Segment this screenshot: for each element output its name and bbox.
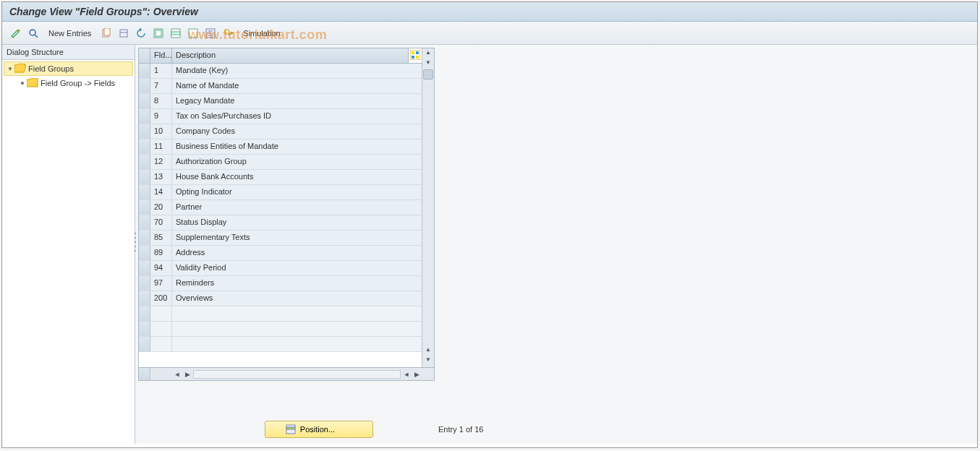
row-selector[interactable] (139, 291, 150, 306)
cell-fld[interactable]: 11 (150, 139, 172, 154)
cell-fld[interactable]: 20 (150, 200, 172, 215)
scroll-track[interactable] (422, 69, 434, 346)
cell-fld[interactable]: 97 (150, 276, 172, 291)
cell-description[interactable]: Validity Period (172, 261, 422, 275)
scroll-up-step-icon[interactable]: ▼ (425, 59, 431, 69)
table-row[interactable]: 200Overviews (139, 291, 422, 306)
print-icon[interactable] (221, 27, 234, 40)
cell-description[interactable]: Partner (172, 200, 422, 215)
copy-as-icon[interactable] (100, 27, 113, 40)
column-header-description[interactable]: Description (172, 48, 409, 63)
table-row[interactable]: 1Mandate (Key) (139, 64, 422, 79)
row-selector[interactable] (139, 276, 150, 291)
toggle-display-change-icon[interactable] (9, 27, 22, 40)
undo-change-icon[interactable] (135, 27, 148, 40)
row-selector[interactable] (139, 109, 150, 124)
cell-description[interactable] (172, 337, 422, 351)
cell-fld[interactable] (150, 337, 172, 351)
cell-description[interactable]: Authorization Group (172, 155, 422, 169)
cell-fld[interactable]: 10 (150, 124, 172, 139)
cell-fld[interactable]: 85 (150, 231, 172, 245)
select-all-icon[interactable] (152, 27, 165, 40)
scroll-up-arrow-icon[interactable]: ▲ (425, 49, 431, 59)
cell-fld[interactable]: 70 (150, 215, 172, 230)
row-selector[interactable] (139, 306, 150, 321)
cell-fld[interactable]: 8 (150, 94, 172, 108)
table-row[interactable]: 10Company Codes (139, 124, 422, 139)
row-selector[interactable] (139, 185, 150, 199)
table-row[interactable]: 14Opting Indicator (139, 185, 422, 200)
cell-description[interactable]: Status Display (172, 215, 422, 230)
cell-description[interactable]: Legacy Mandate (172, 94, 422, 108)
cell-fld[interactable]: 200 (150, 291, 172, 306)
simulation-button[interactable]: Simulation (239, 27, 284, 39)
cell-description[interactable]: Business Entities of Mandate (172, 139, 422, 154)
cell-description[interactable]: Supplementary Texts (172, 231, 422, 245)
row-selector[interactable] (139, 139, 150, 154)
row-selector[interactable] (139, 94, 150, 108)
row-selector[interactable] (139, 64, 150, 78)
table-row[interactable]: 12Authorization Group (139, 155, 422, 170)
table-settings-icon[interactable] (409, 48, 422, 63)
table-row-empty[interactable] (139, 322, 422, 337)
hscroll-next-icon[interactable]: ◄ (401, 371, 412, 378)
cell-description[interactable]: Reminders (172, 276, 422, 291)
cell-description[interactable]: Address (172, 246, 422, 260)
cell-fld[interactable] (150, 322, 172, 336)
scroll-thumb[interactable] (423, 69, 433, 80)
row-selector[interactable] (139, 322, 150, 336)
cell-description[interactable]: Company Codes (172, 124, 422, 139)
cell-description[interactable]: Overviews (172, 291, 422, 306)
select-block-icon[interactable] (169, 27, 182, 40)
table-row-empty[interactable] (139, 337, 422, 352)
table-row[interactable]: 9Tax on Sales/Purchases ID (139, 109, 422, 124)
table-row[interactable]: 70Status Display (139, 215, 422, 231)
table-row[interactable]: 8Legacy Mandate (139, 94, 422, 109)
table-row[interactable]: 11Business Entities of Mandate (139, 139, 422, 155)
vertical-scrollbar[interactable]: ▲ ▼ ▲ ▼ (422, 48, 434, 367)
row-selector[interactable] (139, 261, 150, 275)
scroll-down-step-icon[interactable]: ▲ (425, 346, 431, 356)
cell-description[interactable] (172, 322, 422, 336)
table-row[interactable]: 7Name of Mandate (139, 79, 422, 94)
deselect-all-icon[interactable] (187, 27, 200, 40)
cell-description[interactable] (172, 306, 422, 321)
collapse-icon[interactable]: ▼ (6, 66, 14, 72)
delete-icon[interactable] (117, 27, 130, 40)
cell-fld[interactable]: 94 (150, 261, 172, 275)
tree-item-1[interactable]: •Field Group -> Fields (4, 76, 133, 90)
cell-description[interactable]: Opting Indicator (172, 185, 422, 199)
cell-fld[interactable]: 13 (150, 170, 172, 184)
hscroll-last-icon[interactable]: ▶ (412, 371, 422, 378)
cell-fld[interactable]: 9 (150, 109, 172, 124)
row-selector[interactable] (139, 170, 150, 184)
new-entries-button[interactable]: New Entries (44, 27, 95, 39)
scroll-down-arrow-icon[interactable]: ▼ (425, 356, 431, 366)
table-row[interactable]: 85Supplementary Texts (139, 231, 422, 246)
row-selector[interactable] (139, 231, 150, 245)
hscroll-first-icon[interactable]: ◄ (172, 371, 182, 378)
hscroll-prev-icon[interactable]: ▶ (182, 371, 192, 378)
cell-fld[interactable]: 1 (150, 64, 172, 78)
hscroll-track[interactable] (193, 370, 401, 379)
row-selector[interactable] (139, 124, 150, 139)
table-row[interactable]: 94Validity Period (139, 261, 422, 276)
table-row-empty[interactable] (139, 306, 422, 322)
cell-description[interactable]: Tax on Sales/Purchases ID (172, 109, 422, 124)
cell-description[interactable]: Mandate (Key) (172, 64, 422, 78)
cell-description[interactable]: Name of Mandate (172, 79, 422, 93)
cell-fld[interactable]: 14 (150, 185, 172, 199)
table-row[interactable]: 20Partner (139, 200, 422, 215)
row-selector-header[interactable] (139, 48, 150, 63)
row-selector[interactable] (139, 246, 150, 260)
row-selector[interactable] (139, 200, 150, 215)
cell-fld[interactable] (150, 306, 172, 321)
horizontal-scrollbar[interactable]: ◄ ▶ ◄ ▶ (138, 368, 435, 381)
cell-fld[interactable]: 89 (150, 246, 172, 260)
row-selector[interactable] (139, 79, 150, 93)
row-selector[interactable] (139, 337, 150, 351)
cell-description[interactable]: House Bank Accounts (172, 170, 422, 184)
position-button[interactable]: Position... (265, 421, 373, 438)
row-selector[interactable] (139, 155, 150, 169)
cell-fld[interactable]: 7 (150, 79, 172, 93)
